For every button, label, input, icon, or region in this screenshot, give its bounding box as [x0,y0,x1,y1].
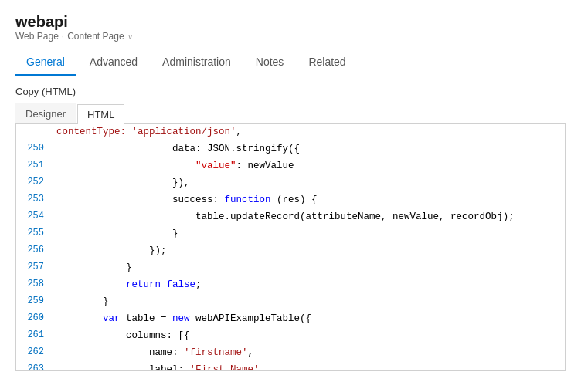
tab-general[interactable]: General [15,49,76,76]
line-content: name: 'firstname', [53,345,565,360]
line-number: 250 [16,141,53,156]
line-number: 263 [16,362,53,371]
breadcrumb-separator: · [62,31,64,42]
line-number: 254 [16,209,53,224]
line-number: 252 [16,175,53,190]
editor-tab-designer[interactable]: Designer [15,103,76,123]
line-content: } [53,260,565,275]
table-row: 261 columns: [{ [16,328,565,345]
breadcrumb: Web Page · Content Page ∨ [15,31,566,42]
table-row: 251 "value": newValue [16,158,565,175]
breadcrumb-part2[interactable]: Content Page [67,31,124,42]
line-content: return false; [53,277,565,292]
line-content: data: JSON.stringify({ [53,141,565,157]
line-number: 251 [16,158,53,173]
table-row: 254 │ table.updateRecord(attributeName, … [16,209,565,226]
table-row: 255 } [16,226,565,243]
content-area: Copy (HTML) Designer HTML contentType: '… [0,76,581,380]
editor-tabs: Designer HTML [15,103,566,124]
page-title: webapi [15,12,566,31]
title-area: webapi Web Page · Content Page ∨ [15,12,566,42]
table-row: 256 }); [16,243,565,260]
editor-tab-html[interactable]: HTML [77,104,124,124]
line-content: } [53,294,565,309]
table-row: 259 } [16,294,565,311]
tab-advanced[interactable]: Advanced [79,49,148,76]
line-content: │ table.updateRecord(attributeName, newV… [53,209,565,225]
line-content: }), [53,175,565,191]
page-header: webapi Web Page · Content Page ∨ General… [0,0,581,76]
line-number: 257 [16,260,53,275]
table-row: 252 }), [16,175,565,192]
tab-related[interactable]: Related [297,49,356,76]
breadcrumb-part1[interactable]: Web Page [15,31,59,42]
section-label: Copy (HTML) [15,86,566,97]
line-content: columns: [{ [53,328,565,343]
line-number: 255 [16,226,53,241]
table-row: 257 } [16,260,565,277]
table-row: 260 var table = new webAPIExampleTable({ [16,311,565,328]
main-tabs: General Advanced Administration Notes Re… [15,49,566,76]
line-content: contentType: 'application/json', [53,124,565,140]
line-content: label: 'First Name', [53,362,565,371]
tab-administration[interactable]: Administration [151,49,242,76]
line-number: 261 [16,328,53,343]
line-number: 258 [16,277,53,292]
code-line-partial: contentType: 'application/json', [16,124,565,141]
line-content: success: function (res) { [53,192,565,208]
line-number: 259 [16,294,53,309]
line-number: 256 [16,243,53,258]
line-number: 253 [16,192,53,207]
line-content: var table = new webAPIExampleTable({ [53,311,565,326]
tab-notes[interactable]: Notes [245,49,295,76]
line-number: 260 [16,311,53,326]
table-row: 263 label: 'First Name', [16,362,565,371]
line-content: "value": newValue [53,158,565,174]
breadcrumb-chevron-icon[interactable]: ∨ [127,32,133,41]
table-row: 253 success: function (res) { [16,192,565,209]
table-row: 258 return false; [16,277,565,294]
table-row: 262 name: 'firstname', [16,345,565,362]
table-row: 250 data: JSON.stringify({ [16,141,565,158]
code-editor[interactable]: contentType: 'application/json', 250 dat… [15,124,566,371]
line-content: }); [53,243,565,259]
line-number: 262 [16,345,53,360]
line-content: } [53,226,565,242]
